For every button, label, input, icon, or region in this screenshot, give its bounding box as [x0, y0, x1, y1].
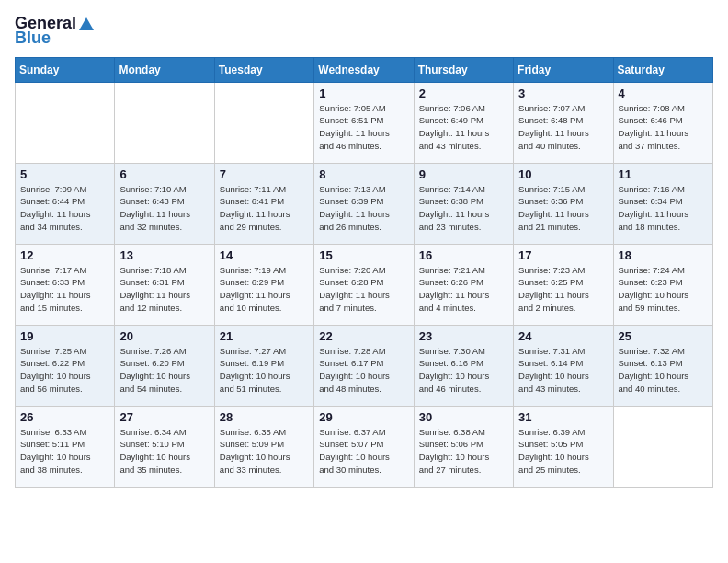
calendar-cell: 1Sunrise: 7:05 AM Sunset: 6:51 PM Daylig…	[314, 82, 414, 163]
calendar-cell: 20Sunrise: 7:26 AM Sunset: 6:20 PM Dayli…	[115, 325, 214, 406]
day-number: 29	[319, 410, 408, 424]
day-number: 22	[319, 329, 408, 343]
day-info: Sunrise: 6:35 AM Sunset: 5:09 PM Dayligh…	[220, 426, 309, 477]
day-of-week-header: Saturday	[613, 57, 712, 82]
logo-text-line2: Blue	[15, 29, 51, 48]
day-number: 18	[619, 248, 708, 262]
calendar-cell: 22Sunrise: 7:28 AM Sunset: 6:17 PM Dayli…	[314, 325, 414, 406]
day-of-week-header: Thursday	[414, 57, 513, 82]
calendar-cell: 19Sunrise: 7:25 AM Sunset: 6:22 PM Dayli…	[16, 325, 115, 406]
day-number: 31	[518, 410, 608, 424]
logo: General Blue	[15, 15, 94, 48]
day-number: 3	[518, 86, 608, 100]
day-number: 7	[220, 167, 309, 181]
calendar-cell: 18Sunrise: 7:24 AM Sunset: 6:23 PM Dayli…	[613, 244, 712, 325]
calendar-cell: 16Sunrise: 7:21 AM Sunset: 6:26 PM Dayli…	[414, 244, 513, 325]
day-number: 27	[119, 410, 209, 424]
calendar-cell: 6Sunrise: 7:10 AM Sunset: 6:43 PM Daylig…	[115, 163, 214, 244]
calendar-cell: 8Sunrise: 7:13 AM Sunset: 6:39 PM Daylig…	[314, 163, 414, 244]
day-info: Sunrise: 7:23 AM Sunset: 6:25 PM Dayligh…	[518, 264, 608, 315]
calendar-cell: 7Sunrise: 7:11 AM Sunset: 6:41 PM Daylig…	[214, 163, 313, 244]
day-number: 15	[319, 248, 408, 262]
calendar-cell: 3Sunrise: 7:07 AM Sunset: 6:48 PM Daylig…	[514, 82, 613, 163]
calendar-cell: 13Sunrise: 7:18 AM Sunset: 6:31 PM Dayli…	[115, 244, 214, 325]
day-number: 16	[419, 248, 508, 262]
day-info: Sunrise: 6:37 AM Sunset: 5:07 PM Dayligh…	[319, 426, 408, 477]
calendar-cell: 5Sunrise: 7:09 AM Sunset: 6:44 PM Daylig…	[16, 163, 115, 244]
day-number: 26	[20, 410, 109, 424]
day-info: Sunrise: 7:32 AM Sunset: 6:13 PM Dayligh…	[619, 345, 708, 396]
calendar-cell: 26Sunrise: 6:33 AM Sunset: 5:11 PM Dayli…	[16, 406, 115, 487]
day-number: 30	[419, 410, 508, 424]
day-number: 14	[220, 248, 309, 262]
day-info: Sunrise: 7:14 AM Sunset: 6:38 PM Dayligh…	[419, 183, 508, 234]
day-info: Sunrise: 7:21 AM Sunset: 6:26 PM Dayligh…	[419, 264, 508, 315]
calendar-cell	[16, 82, 115, 163]
calendar-cell: 21Sunrise: 7:27 AM Sunset: 6:19 PM Dayli…	[214, 325, 313, 406]
calendar-week-row: 26Sunrise: 6:33 AM Sunset: 5:11 PM Dayli…	[16, 406, 713, 487]
day-info: Sunrise: 7:16 AM Sunset: 6:34 PM Dayligh…	[619, 183, 708, 234]
day-info: Sunrise: 6:39 AM Sunset: 5:05 PM Dayligh…	[518, 426, 608, 477]
day-info: Sunrise: 7:10 AM Sunset: 6:43 PM Dayligh…	[119, 183, 209, 234]
calendar-cell	[613, 406, 712, 487]
calendar-week-row: 1Sunrise: 7:05 AM Sunset: 6:51 PM Daylig…	[16, 82, 713, 163]
calendar-cell: 28Sunrise: 6:35 AM Sunset: 5:09 PM Dayli…	[214, 406, 313, 487]
day-number: 24	[518, 329, 608, 343]
day-number: 17	[518, 248, 608, 262]
day-info: Sunrise: 7:26 AM Sunset: 6:20 PM Dayligh…	[119, 345, 209, 396]
day-info: Sunrise: 7:06 AM Sunset: 6:49 PM Dayligh…	[419, 102, 508, 153]
day-number: 5	[20, 167, 109, 181]
day-info: Sunrise: 6:33 AM Sunset: 5:11 PM Dayligh…	[20, 426, 109, 477]
calendar-header-row: SundayMondayTuesdayWednesdayThursdayFrid…	[16, 57, 713, 82]
day-info: Sunrise: 7:09 AM Sunset: 6:44 PM Dayligh…	[20, 183, 109, 234]
day-number: 21	[220, 329, 309, 343]
day-info: Sunrise: 7:08 AM Sunset: 6:46 PM Dayligh…	[619, 102, 708, 153]
day-info: Sunrise: 7:05 AM Sunset: 6:51 PM Dayligh…	[319, 102, 408, 153]
svg-marker-0	[79, 17, 94, 30]
day-info: Sunrise: 7:19 AM Sunset: 6:29 PM Dayligh…	[220, 264, 309, 315]
calendar-week-row: 12Sunrise: 7:17 AM Sunset: 6:33 PM Dayli…	[16, 244, 713, 325]
calendar-cell	[115, 82, 214, 163]
calendar-cell: 2Sunrise: 7:06 AM Sunset: 6:49 PM Daylig…	[414, 82, 513, 163]
day-of-week-header: Tuesday	[214, 57, 313, 82]
day-number: 13	[119, 248, 209, 262]
calendar-cell: 14Sunrise: 7:19 AM Sunset: 6:29 PM Dayli…	[214, 244, 313, 325]
day-number: 25	[619, 329, 708, 343]
day-number: 1	[319, 86, 408, 100]
day-number: 4	[619, 86, 708, 100]
calendar-cell: 9Sunrise: 7:14 AM Sunset: 6:38 PM Daylig…	[414, 163, 513, 244]
day-info: Sunrise: 7:11 AM Sunset: 6:41 PM Dayligh…	[220, 183, 309, 234]
day-number: 12	[20, 248, 109, 262]
calendar-cell: 30Sunrise: 6:38 AM Sunset: 5:06 PM Dayli…	[414, 406, 513, 487]
calendar-cell: 24Sunrise: 7:31 AM Sunset: 6:14 PM Dayli…	[514, 325, 613, 406]
calendar-cell: 10Sunrise: 7:15 AM Sunset: 6:36 PM Dayli…	[514, 163, 613, 244]
day-info: Sunrise: 7:15 AM Sunset: 6:36 PM Dayligh…	[518, 183, 608, 234]
calendar-cell: 4Sunrise: 7:08 AM Sunset: 6:46 PM Daylig…	[613, 82, 712, 163]
day-number: 11	[619, 167, 708, 181]
calendar-week-row: 19Sunrise: 7:25 AM Sunset: 6:22 PM Dayli…	[16, 325, 713, 406]
day-info: Sunrise: 7:24 AM Sunset: 6:23 PM Dayligh…	[619, 264, 708, 315]
day-number: 9	[419, 167, 508, 181]
day-info: Sunrise: 7:07 AM Sunset: 6:48 PM Dayligh…	[518, 102, 608, 153]
calendar-cell: 17Sunrise: 7:23 AM Sunset: 6:25 PM Dayli…	[514, 244, 613, 325]
day-info: Sunrise: 7:25 AM Sunset: 6:22 PM Dayligh…	[20, 345, 109, 396]
day-number: 8	[319, 167, 408, 181]
day-of-week-header: Wednesday	[314, 57, 414, 82]
day-info: Sunrise: 6:34 AM Sunset: 5:10 PM Dayligh…	[119, 426, 209, 477]
calendar-cell: 25Sunrise: 7:32 AM Sunset: 6:13 PM Dayli…	[613, 325, 712, 406]
calendar-cell: 15Sunrise: 7:20 AM Sunset: 6:28 PM Dayli…	[314, 244, 414, 325]
day-number: 20	[119, 329, 209, 343]
day-of-week-header: Friday	[514, 57, 613, 82]
day-number: 23	[419, 329, 508, 343]
day-number: 19	[20, 329, 109, 343]
calendar-cell: 29Sunrise: 6:37 AM Sunset: 5:07 PM Dayli…	[314, 406, 414, 487]
day-info: Sunrise: 7:27 AM Sunset: 6:19 PM Dayligh…	[220, 345, 309, 396]
day-number: 2	[419, 86, 508, 100]
calendar-cell: 12Sunrise: 7:17 AM Sunset: 6:33 PM Dayli…	[16, 244, 115, 325]
calendar-week-row: 5Sunrise: 7:09 AM Sunset: 6:44 PM Daylig…	[16, 163, 713, 244]
day-info: Sunrise: 7:30 AM Sunset: 6:16 PM Dayligh…	[419, 345, 508, 396]
calendar-table: SundayMondayTuesdayWednesdayThursdayFrid…	[15, 57, 713, 488]
day-info: Sunrise: 7:18 AM Sunset: 6:31 PM Dayligh…	[119, 264, 209, 315]
calendar-cell: 23Sunrise: 7:30 AM Sunset: 6:16 PM Dayli…	[414, 325, 513, 406]
day-number: 10	[518, 167, 608, 181]
